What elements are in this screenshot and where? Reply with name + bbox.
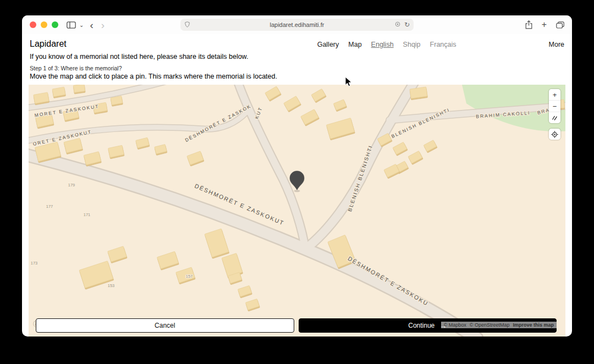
attribution-osm-link[interactable]: © OpenStreetMap — [470, 322, 510, 328]
map-canvas[interactable]: 179177171173153157 MORET E ZASKOKUTORET … — [29, 85, 565, 337]
zoom-window-button[interactable] — [52, 21, 58, 28]
forward-button[interactable]: › — [100, 20, 106, 30]
geolocate-button[interactable] — [549, 129, 560, 140]
window-controls — [30, 21, 58, 28]
privacy-report-icon[interactable] — [395, 21, 400, 28]
url-text: lapidaret.edihamiti.fr — [270, 21, 324, 28]
cancel-button[interactable]: Cancel — [36, 318, 294, 333]
map-graphic: 179177171173153157 MORET E ZASKOKUTORET … — [29, 85, 565, 337]
chevron-down-icon[interactable]: ⌄ — [79, 22, 84, 28]
svg-text:153: 153 — [108, 283, 115, 288]
site-header: Lapidaret Gallery Map English Shqip Fran… — [22, 34, 572, 51]
tab-overview-icon[interactable] — [556, 21, 564, 29]
map-controls: + − — [549, 89, 560, 140]
lang-shqip[interactable]: Shqip — [403, 41, 421, 48]
lang-english[interactable]: English — [371, 41, 394, 48]
reload-icon[interactable]: ↻ — [404, 21, 410, 28]
minimize-window-button[interactable] — [41, 21, 47, 28]
sidebar-toggle-icon[interactable] — [67, 21, 76, 29]
browser-window: ⌄ ‹ › lapidaret.edihamiti.fr ↻ — [22, 15, 572, 337]
nav-more[interactable]: More — [549, 41, 564, 48]
nav-map[interactable]: Map — [348, 41, 361, 48]
share-icon[interactable] — [525, 20, 532, 29]
form-intro: If you know of a memorial not listed her… — [22, 51, 572, 85]
svg-text:157: 157 — [186, 274, 193, 279]
continue-label: Continue — [408, 322, 435, 329]
zoom-in-button[interactable]: + — [549, 89, 560, 101]
step-label: Step 1 of 3: Where is the memorial? — [30, 65, 564, 71]
zoom-out-button[interactable]: − — [549, 101, 560, 112]
lang-francais[interactable]: Français — [430, 41, 457, 48]
map-attribution: © Mapbox © OpenStreetMap Improve this ma… — [441, 322, 557, 328]
svg-text:171: 171 — [84, 212, 91, 217]
privacy-shield-icon[interactable] — [185, 21, 190, 29]
nav-gallery[interactable]: Gallery — [317, 41, 339, 48]
back-button[interactable]: ‹ — [89, 20, 94, 30]
svg-text:173: 173 — [31, 261, 38, 266]
address-bar[interactable]: lapidaret.edihamiti.fr ↻ — [180, 19, 414, 31]
improve-map-link[interactable]: Improve this map — [513, 322, 554, 328]
site-nav: Gallery Map English Shqip Français — [317, 41, 457, 48]
site-brand: Lapidaret — [30, 39, 67, 49]
attribution-mapbox-link[interactable]: © Mapbox — [444, 322, 466, 328]
instruction-text: Move the map and click to place a pin. T… — [30, 73, 564, 80]
svg-text:177: 177 — [46, 204, 53, 209]
new-tab-button[interactable]: + — [542, 20, 547, 29]
browser-toolbar: ⌄ ‹ › lapidaret.edihamiti.fr ↻ — [22, 15, 572, 34]
compass-pitch-button[interactable] — [549, 112, 560, 123]
intro-text: If you know of a memorial not listed her… — [30, 53, 564, 60]
svg-text:179: 179 — [68, 183, 75, 187]
close-window-button[interactable] — [30, 21, 36, 28]
